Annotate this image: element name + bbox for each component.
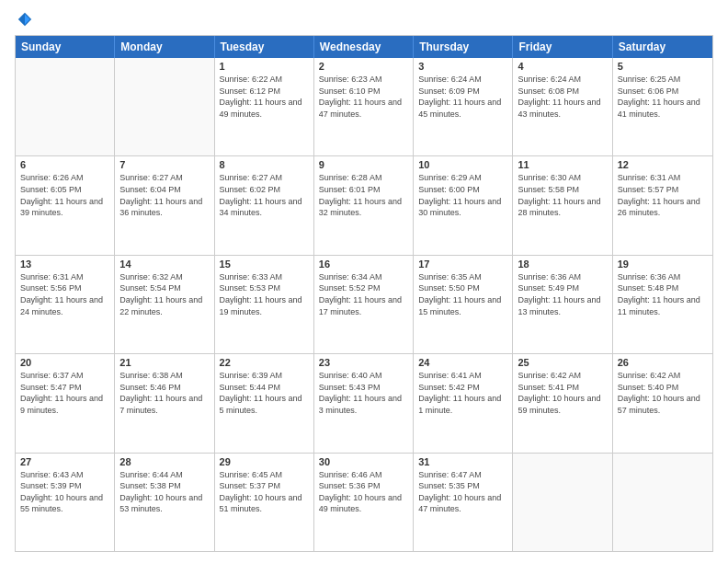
day-number: 10 <box>418 159 507 170</box>
day-number: 29 <box>220 456 309 467</box>
day-number: 3 <box>418 61 507 72</box>
day-info: Sunrise: 6:24 AM Sunset: 6:08 PM Dayligh… <box>518 74 607 120</box>
day-info: Sunrise: 6:27 AM Sunset: 6:04 PM Dayligh… <box>119 172 209 218</box>
day-number: 22 <box>220 357 309 368</box>
calendar-cell <box>115 58 214 155</box>
calendar-cell: 17Sunrise: 6:35 AM Sunset: 5:50 PM Dayli… <box>414 256 513 353</box>
day-number: 24 <box>418 357 507 368</box>
day-number: 6 <box>20 159 109 170</box>
day-info: Sunrise: 6:28 AM Sunset: 6:01 PM Dayligh… <box>319 172 408 218</box>
logo-icon <box>17 11 33 28</box>
day-info: Sunrise: 6:34 AM Sunset: 5:52 PM Dayligh… <box>319 271 408 317</box>
day-info: Sunrise: 6:31 AM Sunset: 5:56 PM Dayligh… <box>20 271 109 317</box>
calendar-cell: 15Sunrise: 6:33 AM Sunset: 5:53 PM Dayli… <box>215 256 314 353</box>
calendar-cell: 4Sunrise: 6:24 AM Sunset: 6:08 PM Daylig… <box>513 58 612 155</box>
calendar-header: SundayMondayTuesdayWednesdayThursdayFrid… <box>16 36 712 58</box>
day-info: Sunrise: 6:29 AM Sunset: 6:00 PM Dayligh… <box>418 172 507 218</box>
calendar-cell <box>613 454 712 551</box>
day-info: Sunrise: 6:26 AM Sunset: 6:05 PM Dayligh… <box>20 172 109 218</box>
day-info: Sunrise: 6:44 AM Sunset: 5:38 PM Dayligh… <box>119 469 209 515</box>
calendar-week-row: 20Sunrise: 6:37 AM Sunset: 5:47 PM Dayli… <box>16 354 712 453</box>
day-number: 31 <box>418 456 507 467</box>
day-info: Sunrise: 6:30 AM Sunset: 5:58 PM Dayligh… <box>518 172 607 218</box>
weekday-header: Thursday <box>414 36 513 58</box>
logo <box>15 11 33 28</box>
calendar-cell: 8Sunrise: 6:27 AM Sunset: 6:02 PM Daylig… <box>215 156 314 254</box>
weekday-header: Saturday <box>613 36 712 58</box>
day-number: 28 <box>119 456 209 467</box>
calendar-cell: 12Sunrise: 6:31 AM Sunset: 5:57 PM Dayli… <box>613 156 712 254</box>
day-info: Sunrise: 6:42 AM Sunset: 5:41 PM Dayligh… <box>518 370 607 416</box>
calendar-body: 1Sunrise: 6:22 AM Sunset: 6:12 PM Daylig… <box>16 58 712 551</box>
day-info: Sunrise: 6:45 AM Sunset: 5:37 PM Dayligh… <box>220 469 309 515</box>
day-info: Sunrise: 6:25 AM Sunset: 6:06 PM Dayligh… <box>618 74 708 120</box>
calendar-cell: 1Sunrise: 6:22 AM Sunset: 6:12 PM Daylig… <box>215 58 314 155</box>
day-info: Sunrise: 6:40 AM Sunset: 5:43 PM Dayligh… <box>319 370 408 416</box>
calendar: SundayMondayTuesdayWednesdayThursdayFrid… <box>15 35 713 552</box>
day-info: Sunrise: 6:23 AM Sunset: 6:10 PM Dayligh… <box>319 74 408 120</box>
day-info: Sunrise: 6:37 AM Sunset: 5:47 PM Dayligh… <box>20 370 109 416</box>
day-number: 16 <box>319 259 408 270</box>
calendar-cell: 14Sunrise: 6:32 AM Sunset: 5:54 PM Dayli… <box>115 256 214 353</box>
day-info: Sunrise: 6:38 AM Sunset: 5:46 PM Dayligh… <box>119 370 209 416</box>
calendar-week-row: 1Sunrise: 6:22 AM Sunset: 6:12 PM Daylig… <box>16 58 712 156</box>
day-number: 9 <box>319 159 408 170</box>
day-number: 12 <box>618 159 708 170</box>
calendar-cell: 16Sunrise: 6:34 AM Sunset: 5:52 PM Dayli… <box>314 256 414 353</box>
calendar-cell: 11Sunrise: 6:30 AM Sunset: 5:58 PM Dayli… <box>513 156 612 254</box>
calendar-cell: 25Sunrise: 6:42 AM Sunset: 5:41 PM Dayli… <box>513 354 612 452</box>
day-number: 5 <box>618 61 708 72</box>
calendar-cell: 6Sunrise: 6:26 AM Sunset: 6:05 PM Daylig… <box>16 156 115 254</box>
day-number: 8 <box>220 159 309 170</box>
day-info: Sunrise: 6:35 AM Sunset: 5:50 PM Dayligh… <box>418 271 507 317</box>
calendar-cell: 2Sunrise: 6:23 AM Sunset: 6:10 PM Daylig… <box>314 58 414 155</box>
calendar-cell <box>16 58 115 155</box>
day-number: 11 <box>518 159 607 170</box>
weekday-header: Wednesday <box>314 36 414 58</box>
weekday-header: Friday <box>513 36 612 58</box>
day-number: 17 <box>418 259 507 270</box>
day-info: Sunrise: 6:41 AM Sunset: 5:42 PM Dayligh… <box>418 370 507 416</box>
calendar-cell: 10Sunrise: 6:29 AM Sunset: 6:00 PM Dayli… <box>414 156 513 254</box>
day-info: Sunrise: 6:47 AM Sunset: 5:35 PM Dayligh… <box>418 469 507 515</box>
calendar-cell: 7Sunrise: 6:27 AM Sunset: 6:04 PM Daylig… <box>115 156 214 254</box>
calendar-cell: 22Sunrise: 6:39 AM Sunset: 5:44 PM Dayli… <box>215 354 314 452</box>
calendar-cell: 29Sunrise: 6:45 AM Sunset: 5:37 PM Dayli… <box>215 454 314 551</box>
day-info: Sunrise: 6:32 AM Sunset: 5:54 PM Dayligh… <box>119 271 209 317</box>
calendar-cell: 20Sunrise: 6:37 AM Sunset: 5:47 PM Dayli… <box>16 354 115 452</box>
calendar-cell: 26Sunrise: 6:42 AM Sunset: 5:40 PM Dayli… <box>613 354 712 452</box>
weekday-header: Sunday <box>16 36 115 58</box>
calendar-cell: 5Sunrise: 6:25 AM Sunset: 6:06 PM Daylig… <box>613 58 712 155</box>
calendar-cell: 27Sunrise: 6:43 AM Sunset: 5:39 PM Dayli… <box>16 454 115 551</box>
calendar-cell: 23Sunrise: 6:40 AM Sunset: 5:43 PM Dayli… <box>314 354 414 452</box>
weekday-header: Monday <box>115 36 214 58</box>
day-number: 4 <box>518 61 607 72</box>
page: SundayMondayTuesdayWednesdayThursdayFrid… <box>0 0 728 563</box>
calendar-cell: 13Sunrise: 6:31 AM Sunset: 5:56 PM Dayli… <box>16 256 115 353</box>
calendar-week-row: 27Sunrise: 6:43 AM Sunset: 5:39 PM Dayli… <box>16 454 712 551</box>
day-number: 14 <box>119 259 209 270</box>
calendar-week-row: 13Sunrise: 6:31 AM Sunset: 5:56 PM Dayli… <box>16 256 712 354</box>
calendar-cell: 19Sunrise: 6:36 AM Sunset: 5:48 PM Dayli… <box>613 256 712 353</box>
weekday-header: Tuesday <box>215 36 314 58</box>
day-info: Sunrise: 6:43 AM Sunset: 5:39 PM Dayligh… <box>20 469 109 515</box>
day-number: 2 <box>319 61 408 72</box>
day-number: 27 <box>20 456 109 467</box>
header <box>15 11 713 28</box>
day-info: Sunrise: 6:22 AM Sunset: 6:12 PM Dayligh… <box>220 74 309 120</box>
day-number: 19 <box>618 259 708 270</box>
day-info: Sunrise: 6:27 AM Sunset: 6:02 PM Dayligh… <box>220 172 309 218</box>
day-number: 20 <box>20 357 109 368</box>
calendar-week-row: 6Sunrise: 6:26 AM Sunset: 6:05 PM Daylig… <box>16 156 712 255</box>
calendar-cell: 3Sunrise: 6:24 AM Sunset: 6:09 PM Daylig… <box>414 58 513 155</box>
calendar-cell: 30Sunrise: 6:46 AM Sunset: 5:36 PM Dayli… <box>314 454 414 551</box>
calendar-cell: 31Sunrise: 6:47 AM Sunset: 5:35 PM Dayli… <box>414 454 513 551</box>
day-info: Sunrise: 6:36 AM Sunset: 5:48 PM Dayligh… <box>618 271 708 317</box>
calendar-cell: 28Sunrise: 6:44 AM Sunset: 5:38 PM Dayli… <box>115 454 214 551</box>
day-info: Sunrise: 6:42 AM Sunset: 5:40 PM Dayligh… <box>618 370 708 416</box>
day-number: 23 <box>319 357 408 368</box>
calendar-cell: 21Sunrise: 6:38 AM Sunset: 5:46 PM Dayli… <box>115 354 214 452</box>
day-number: 30 <box>319 456 408 467</box>
day-info: Sunrise: 6:33 AM Sunset: 5:53 PM Dayligh… <box>220 271 309 317</box>
calendar-cell: 9Sunrise: 6:28 AM Sunset: 6:01 PM Daylig… <box>314 156 414 254</box>
